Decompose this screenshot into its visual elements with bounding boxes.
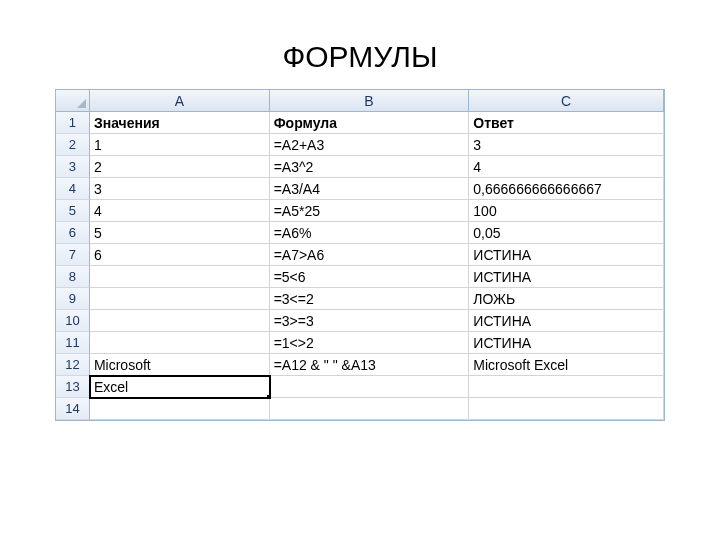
row-header-2[interactable]: 2: [56, 134, 90, 156]
cell-C5[interactable]: 100: [469, 200, 664, 222]
cell-A12[interactable]: Microsoft: [90, 354, 270, 376]
table-row: 1 Значения Формула Ответ: [56, 112, 664, 134]
cell-B11[interactable]: =1<>2: [270, 332, 470, 354]
cell-C11[interactable]: ИСТИНА: [469, 332, 664, 354]
col-header-A[interactable]: A: [90, 90, 270, 112]
cell-B5[interactable]: =А5*25: [270, 200, 470, 222]
table-row: 13 Excel: [56, 376, 664, 398]
cell-B4[interactable]: =А3/А4: [270, 178, 470, 200]
cell-C6[interactable]: 0,05: [469, 222, 664, 244]
cell-B12[interactable]: =А12 & " " &А13: [270, 354, 470, 376]
table-row: 7 6 =А7>А6 ИСТИНА: [56, 244, 664, 266]
row-header-14[interactable]: 14: [56, 398, 90, 420]
table-row: 14: [56, 398, 664, 420]
cell-A3[interactable]: 2: [90, 156, 270, 178]
cell-B7[interactable]: =А7>А6: [270, 244, 470, 266]
cell-A6[interactable]: 5: [90, 222, 270, 244]
row-header-7[interactable]: 7: [56, 244, 90, 266]
cell-C8[interactable]: ИСТИНА: [469, 266, 664, 288]
cell-A1[interactable]: Значения: [90, 112, 270, 134]
cell-A5[interactable]: 4: [90, 200, 270, 222]
cell-C3[interactable]: 4: [469, 156, 664, 178]
row-header-12[interactable]: 12: [56, 354, 90, 376]
cell-C14[interactable]: [469, 398, 664, 420]
table-row: 5 4 =А5*25 100: [56, 200, 664, 222]
row-header-8[interactable]: 8: [56, 266, 90, 288]
cell-B9[interactable]: =3<=2: [270, 288, 470, 310]
cell-B1[interactable]: Формула: [270, 112, 470, 134]
cell-B10[interactable]: =3>=3: [270, 310, 470, 332]
cell-B2[interactable]: =А2+А3: [270, 134, 470, 156]
row-header-6[interactable]: 6: [56, 222, 90, 244]
cell-C9[interactable]: ЛОЖЬ: [469, 288, 664, 310]
row-header-9[interactable]: 9: [56, 288, 90, 310]
table-row: 2 1 =А2+А3 3: [56, 134, 664, 156]
row-header-13[interactable]: 13: [56, 376, 90, 398]
row-header-1[interactable]: 1: [56, 112, 90, 134]
cell-A7[interactable]: 6: [90, 244, 270, 266]
cell-C4[interactable]: 0,666666666666667: [469, 178, 664, 200]
cell-A9[interactable]: [90, 288, 270, 310]
table-row: 8 =5<6 ИСТИНА: [56, 266, 664, 288]
column-header-row: A B C: [56, 90, 664, 112]
table-row: 4 3 =А3/А4 0,666666666666667: [56, 178, 664, 200]
cell-A14[interactable]: [90, 398, 270, 420]
col-header-B[interactable]: B: [270, 90, 470, 112]
cell-C2[interactable]: 3: [469, 134, 664, 156]
cell-C13[interactable]: [469, 376, 664, 398]
table-row: 3 2 =А3^2 4: [56, 156, 664, 178]
spreadsheet-grid: A B C 1 Значения Формула Ответ 2 1 =А2+А…: [55, 89, 665, 421]
cell-A11[interactable]: [90, 332, 270, 354]
cell-B8[interactable]: =5<6: [270, 266, 470, 288]
row-header-3[interactable]: 3: [56, 156, 90, 178]
cell-B3[interactable]: =А3^2: [270, 156, 470, 178]
cell-A10[interactable]: [90, 310, 270, 332]
table-row: 10 =3>=3 ИСТИНА: [56, 310, 664, 332]
table-row: 11 =1<>2 ИСТИНА: [56, 332, 664, 354]
cell-C10[interactable]: ИСТИНА: [469, 310, 664, 332]
cell-C7[interactable]: ИСТИНА: [469, 244, 664, 266]
col-header-C[interactable]: C: [469, 90, 664, 112]
cell-B6[interactable]: =А6%: [270, 222, 470, 244]
row-header-10[interactable]: 10: [56, 310, 90, 332]
cell-A2[interactable]: 1: [90, 134, 270, 156]
row-header-4[interactable]: 4: [56, 178, 90, 200]
page-title: ФОРМУЛЫ: [0, 0, 720, 89]
row-header-11[interactable]: 11: [56, 332, 90, 354]
cell-A4[interactable]: 3: [90, 178, 270, 200]
row-header-5[interactable]: 5: [56, 200, 90, 222]
cell-A8[interactable]: [90, 266, 270, 288]
table-row: 9 =3<=2 ЛОЖЬ: [56, 288, 664, 310]
cell-C12[interactable]: Microsoft Excel: [469, 354, 664, 376]
table-row: 6 5 =А6% 0,05: [56, 222, 664, 244]
cell-C1[interactable]: Ответ: [469, 112, 664, 134]
table-row: 12 Microsoft =А12 & " " &А13 Microsoft E…: [56, 354, 664, 376]
cell-A13[interactable]: Excel: [90, 376, 270, 398]
cell-B13[interactable]: [270, 376, 470, 398]
cell-B14[interactable]: [270, 398, 470, 420]
select-all-corner[interactable]: [56, 90, 90, 112]
